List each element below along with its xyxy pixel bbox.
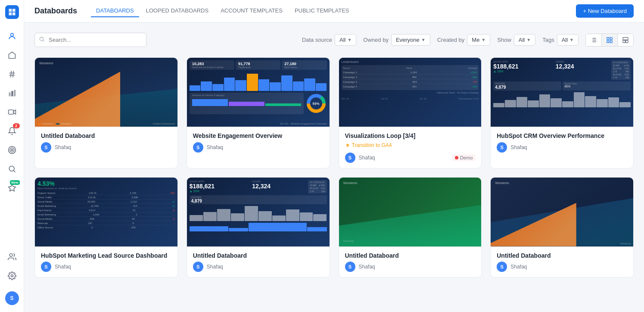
tab-databoards[interactable]: DATABOARDS	[91, 5, 139, 17]
search-wrap	[34, 33, 146, 47]
show-dropdown[interactable]: All ▼	[514, 34, 535, 46]
tab-public-templates[interactable]: PUBLIC TEMPLATES	[289, 5, 355, 17]
search-input[interactable]	[34, 33, 146, 47]
search-icon	[39, 36, 45, 44]
card-title-6: Untitled Databoard	[193, 252, 324, 260]
card-untitled-2[interactable]: SALES MTD $188,621 ▲ 29% LEADS 12,324 AV…	[187, 177, 330, 278]
card-body-5: HubSpot Marketing Lead Source Dashboard …	[35, 246, 177, 278]
card-viz-loop[interactable]: Leaderboard NameValueChange Campaign 11,…	[339, 57, 482, 168]
sidebar-item-user[interactable]	[3, 28, 21, 45]
card-subtitle-3: Transition to GA4	[345, 142, 476, 148]
card-title-7: Untitled Databoard	[345, 252, 476, 260]
show-filter: Show All ▼	[497, 34, 535, 46]
sidebar-item-alerts[interactable]: 2	[3, 122, 21, 140]
card-avatar-5: S	[41, 262, 51, 272]
show-value: All	[519, 37, 525, 43]
card-avatar-6: S	[193, 262, 203, 272]
svg-point-5	[8, 147, 16, 154]
card-tag-label: Demo	[460, 155, 473, 160]
thumb-label-7: Sessions	[343, 181, 357, 185]
svg-point-8	[9, 166, 14, 171]
tab-looped[interactable]: LOOPED DATABOARDS	[141, 5, 214, 17]
tags-dropdown[interactable]: All ▼	[557, 34, 579, 46]
sidebar-item-goals[interactable]	[3, 141, 21, 159]
card-title-4: HubSpot CRM Overview Performance	[497, 132, 627, 140]
card-author-5: Shafaq	[55, 264, 171, 270]
ownedby-filter: Owned by Everyone ▼	[363, 34, 430, 46]
gear-icon	[8, 271, 16, 280]
svg-point-6	[10, 148, 14, 152]
card-title-1: Untitled Databoard	[41, 132, 171, 140]
card-thumbnail-7: Sessions Sessions	[339, 178, 482, 246]
createdby-filter: Created by Me ▼	[437, 34, 491, 46]
thumb-label: Sessions	[39, 61, 53, 65]
card-hubspot-crm[interactable]: SALES MTD $188,621 ▲ 29% LEADS 12,324 AV	[490, 57, 634, 168]
card-author-1: Shafaq	[55, 144, 171, 150]
card-untitled-1[interactable]: Sessions Sessions Sessions	[34, 57, 178, 168]
card-thumbnail-8: Sessions Sessions	[491, 178, 633, 246]
card-thumbnail-6: SALES MTD $188,621 ▲ 29% LEADS 12,324 AV…	[187, 178, 330, 246]
card-avatar-7: S	[345, 262, 355, 272]
card-author-6: Shafaq	[207, 264, 324, 270]
list-view-toggle[interactable]	[586, 34, 602, 46]
sidebar: 2 New S	[0, 0, 24, 312]
card-author-8: Shafaq	[510, 264, 627, 270]
card-avatar-4: S	[497, 142, 507, 153]
svg-point-9	[9, 254, 12, 257]
tab-account-templates[interactable]: ACCOUNT TEMPLATES	[215, 5, 288, 17]
card-untitled-4[interactable]: Sessions Sessions Untitled Databoard S S…	[490, 177, 634, 278]
sidebar-item-settings[interactable]	[3, 267, 21, 284]
card-marketing[interactable]: 4.53% New Contacts vs. Visits by Source …	[34, 177, 178, 278]
content-area: Data source All ▼ Owned by Everyone ▼ Cr…	[24, 22, 644, 312]
sidebar-item-chart[interactable]	[3, 84, 21, 102]
sidebar-item-search[interactable]	[3, 160, 21, 178]
createdby-dropdown[interactable]: Me ▼	[467, 34, 490, 46]
sidebar-item-numbers[interactable]	[3, 66, 21, 83]
sidebar-item-video[interactable]	[3, 103, 21, 121]
card-thumbnail-4: SALES MTD $188,621 ▲ 29% LEADS 12,324 AV	[491, 58, 633, 127]
sidebar-item-team[interactable]	[3, 248, 21, 265]
chart-icon	[8, 89, 16, 97]
tags-label: Tags	[542, 37, 554, 43]
home-icon	[8, 51, 16, 59]
grid-view-toggle[interactable]	[602, 34, 618, 46]
svg-rect-18	[626, 40, 628, 42]
svg-point-0	[10, 33, 13, 36]
card-author-2: Shafaq	[207, 144, 324, 150]
new-badge: New	[10, 180, 19, 185]
svg-rect-3	[14, 90, 16, 97]
users-icon	[8, 253, 16, 261]
card-thumbnail-5: 4.53% New Contacts vs. Visits by Source …	[35, 178, 177, 246]
createdby-value: Me	[472, 37, 479, 43]
card-author-4: Shafaq	[510, 144, 627, 150]
card-body-8: Untitled Databoard S Shafaq	[491, 246, 633, 278]
card-body-4: HubSpot CRM Overview Performance S Shafa…	[491, 127, 633, 158]
sidebar-item-home[interactable]	[3, 47, 21, 64]
ownedby-dropdown[interactable]: Everyone ▼	[391, 34, 430, 46]
svg-point-10	[11, 275, 13, 277]
ownedby-label: Owned by	[363, 37, 389, 43]
card-avatar-8: S	[497, 262, 507, 272]
svg-point-11	[40, 37, 43, 41]
avatar: S	[5, 291, 19, 305]
svg-rect-12	[607, 37, 609, 40]
card-website-engagement[interactable]: 10,283 Sessions for Enrico Cateret 91,77…	[187, 57, 330, 168]
card-avatar-2: S	[193, 142, 203, 153]
search-icon	[8, 165, 16, 173]
split-view-toggle[interactable]	[618, 34, 633, 46]
card-footer-6: S Shafaq	[193, 262, 324, 272]
new-databoard-button[interactable]: + New Databoard	[576, 4, 634, 18]
star-icon	[8, 184, 16, 192]
datasource-dropdown[interactable]: All ▼	[335, 34, 356, 46]
app-logo	[5, 5, 19, 19]
card-thumbnail-2: 10,283 Sessions for Enrico Cateret 91,77…	[187, 58, 330, 127]
card-footer-5: S Shafaq	[41, 262, 171, 272]
target-icon	[8, 146, 16, 154]
thumb-label-8: Sessions	[495, 181, 509, 185]
sidebar-item-profile[interactable]: S	[3, 290, 21, 307]
sidebar-item-new[interactable]: New	[3, 179, 21, 197]
svg-rect-15	[610, 41, 612, 43]
show-chevron: ▼	[526, 37, 531, 42]
card-untitled-3[interactable]: Sessions Sessions Untitled Databoard S S…	[339, 177, 482, 278]
card-title-5: HubSpot Marketing Lead Source Dashboard	[41, 252, 171, 260]
